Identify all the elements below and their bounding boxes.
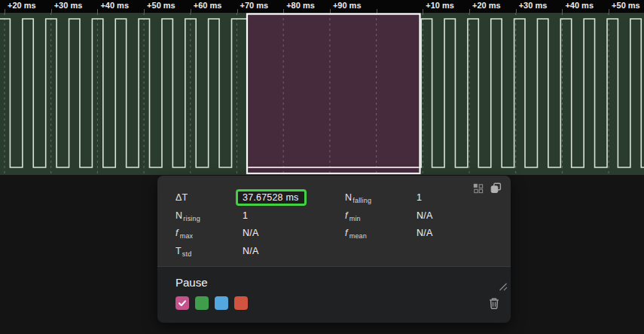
measurement-value: 1 xyxy=(417,192,503,203)
measurement-panel: ΔT37.67528 msNfalling1Nrising1fminN/Afma… xyxy=(157,176,511,323)
measurement-label: fmax xyxy=(175,228,243,238)
measurement-label-base: ΔT xyxy=(175,192,188,203)
measurement-label-subscript: falling xyxy=(353,197,371,204)
resize-grip-icon[interactable] xyxy=(499,282,508,291)
timeline-label: +40 ms xyxy=(565,1,594,10)
measurement-label: Nrising xyxy=(175,210,243,221)
measurement-label: fmin xyxy=(345,210,417,221)
annotation-name[interactable]: Pause xyxy=(175,276,208,289)
timeline-label: +90 ms xyxy=(333,1,362,10)
measurement-value: 1 xyxy=(243,210,345,221)
timeline-label: +10 ms xyxy=(426,1,454,10)
timeline-label: +80 ms xyxy=(286,1,315,10)
color-swatch-green[interactable] xyxy=(195,296,209,310)
timeline-label: +20 ms xyxy=(472,1,501,10)
measurement-label: Nfalling xyxy=(345,192,417,203)
color-swatch-pink[interactable] xyxy=(175,296,189,310)
measurement-label-base: N xyxy=(175,210,182,221)
color-swatch-blue[interactable] xyxy=(215,296,228,310)
annotation-color-picker xyxy=(175,296,248,310)
timeline-label: +40 ms xyxy=(100,1,129,10)
waveform-area[interactable] xyxy=(0,13,644,175)
measurement-label: ΔT xyxy=(175,192,243,203)
measurement-stats-section: ΔT37.67528 msNfalling1Nrising1fminN/Afma… xyxy=(157,176,511,266)
timeline-label: +30 ms xyxy=(54,1,83,10)
highlighted-value-box: 37.67528 ms xyxy=(236,189,307,206)
timeline-label: +50 ms xyxy=(147,1,175,10)
measurements-grid: ΔT37.67528 msNfalling1Nrising1fminN/Afma… xyxy=(175,188,503,260)
measurement-label-base: N xyxy=(345,192,352,203)
timeline-label: +30 ms xyxy=(519,1,548,10)
timeline-label: +60 ms xyxy=(194,1,222,10)
measurement-label-base: f xyxy=(345,210,349,221)
measurement-value: 37.67528 ms xyxy=(243,189,345,206)
measurement-value: N/A xyxy=(243,246,345,256)
measurement-label-subscript: max xyxy=(180,232,194,240)
timeline-label: +70 ms xyxy=(240,1,269,10)
measurement-label-subscript: rising xyxy=(183,215,200,222)
selection-fill[interactable] xyxy=(247,14,420,173)
measurement-label-base: f xyxy=(175,228,179,238)
trash-icon[interactable] xyxy=(488,297,500,310)
measurement-label-subscript: min xyxy=(349,215,361,222)
measurement-label-subscript: mean xyxy=(349,232,367,240)
measurement-label-subscript: std xyxy=(182,250,192,258)
measurement-label-base: f xyxy=(345,228,349,238)
measurement-value: N/A xyxy=(243,228,345,238)
timeline-label: +50 ms xyxy=(612,1,640,10)
measurement-label: fmean xyxy=(345,228,417,238)
color-swatch-orange[interactable] xyxy=(234,296,248,310)
measurement-value: N/A xyxy=(417,228,503,238)
check-icon xyxy=(178,299,187,308)
logic-analyzer-screen: +20 ms+30 ms+40 ms+50 ms+60 ms+70 ms+80 … xyxy=(0,0,644,334)
measurement-label-base: T xyxy=(175,246,182,256)
measurement-value: N/A xyxy=(417,210,503,221)
measurement-label: Tstd xyxy=(175,246,243,256)
annotation-section: Pause xyxy=(157,266,511,323)
timeline-label: +20 ms xyxy=(8,1,36,10)
channel-waveform-svg[interactable] xyxy=(0,13,644,175)
timeline-ruler[interactable]: +20 ms+30 ms+40 ms+50 ms+60 ms+70 ms+80 … xyxy=(0,0,644,13)
